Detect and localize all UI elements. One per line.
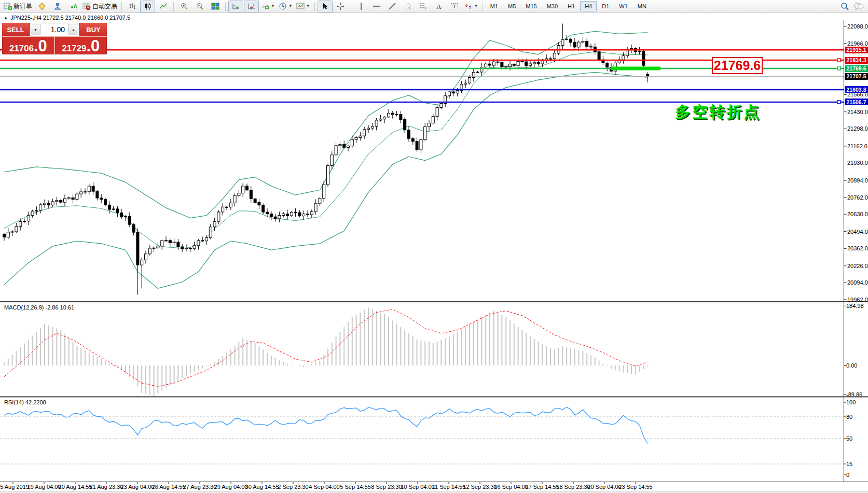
macd-signal-line (4, 309, 647, 387)
bollinger-lower-line (4, 72, 647, 288)
macd-tick: 0.00 (846, 362, 857, 369)
sell-button[interactable]: SELL (2, 23, 29, 36)
price-tick: 22098.0 (847, 23, 868, 30)
price-badge-21707.5: 21707.5 (845, 73, 868, 80)
rsi-tick: 100 (846, 399, 856, 405)
one-click-trading-panel: SELL ▼ 1.00 ▲ BUY 21706 .0 21729 .0 (2, 23, 107, 54)
rsi-tick: 50 (846, 435, 852, 442)
time-label: 12 Sep 23:30 (463, 484, 497, 490)
price-badge-21769.6: 21769.6 (845, 65, 868, 72)
rsi-tick: 0 (846, 472, 849, 478)
price-tick: 20094.0 (847, 279, 868, 286)
price-tick: 21030.0 (847, 160, 868, 166)
time-label: 10 Sep 04:00 (401, 484, 434, 490)
rsi-tick: 80 (846, 414, 852, 420)
sell-price[interactable]: 21706 .0 (2, 37, 55, 54)
time-label: 18 Sep 23:30 (556, 484, 590, 490)
status-bar (0, 491, 868, 493)
time-label: 26 Aug 14:55 (152, 484, 186, 490)
price-tick: 19962.0 (847, 297, 868, 303)
price-tick: 21162.0 (847, 143, 867, 149)
bollinger-middle-line (4, 52, 647, 248)
time-label: 30 Aug 14:55 (245, 484, 279, 490)
time-label: 17 Sep 14:55 (525, 484, 559, 490)
time-label: 21 Aug 23:30 (90, 484, 123, 490)
line-handle (837, 101, 841, 104)
line-handle (837, 59, 841, 62)
price-tick: 20494.0 (847, 229, 868, 235)
price-callout-box[interactable]: 21769.6 (712, 57, 763, 74)
turning-point-note[interactable]: 多空转折点 (675, 102, 761, 123)
mt4-window: 新订单 自动交易 (0, 0, 868, 493)
macd-histogram (4, 307, 647, 396)
volume-control: ▼ 1.00 ▲ (30, 23, 79, 36)
sell-price-fraction: .0 (34, 37, 47, 54)
time-label: 8 Sep 23:30 (371, 484, 402, 490)
candlestick-series (3, 24, 649, 295)
rsi-tick: 15 (846, 461, 852, 467)
macd-tick: 184.98 (846, 303, 864, 309)
price-tick: 21298.0 (847, 125, 868, 132)
time-label: 23 Sep 14:55 (618, 484, 652, 490)
time-label: 20 Aug 14:55 (59, 484, 92, 490)
price-badge-21834.3: 21834.3 (845, 57, 868, 64)
buy-price-main: 21729 (62, 40, 86, 54)
price-badge-21915.1: 21915.1 (845, 47, 868, 53)
sell-price-main: 21706 (9, 40, 34, 54)
price-tick: 21966.0 (847, 40, 868, 47)
time-label: 5 Sep 14:55 (340, 484, 370, 490)
volume-increase-button[interactable]: ▲ (68, 24, 78, 35)
time-label: 2 Sep 23:30 (278, 484, 308, 490)
price-tick: 20630.0 (847, 211, 868, 217)
time-label: 20 Sep 04:00 (587, 484, 621, 490)
time-label: 15 Aug 2019 (0, 484, 29, 490)
time-label: 19 Aug 04:00 (27, 484, 61, 490)
macd-tick: -89.86 (846, 391, 862, 398)
volume-input[interactable]: 1.00 (41, 23, 68, 36)
price-badge-21506.7: 21506.7 (845, 98, 868, 105)
macd-label: MACD(12,26,9) -2.86 10.61 (4, 304, 74, 311)
buy-price[interactable]: 21729 .0 (55, 37, 107, 54)
price-tick: 21430.0 (847, 109, 868, 115)
price-tick: 20362.0 (847, 245, 868, 251)
price-tick: 20762.0 (847, 194, 868, 201)
rsi-line (4, 407, 647, 443)
time-label: 11 Sep 14:55 (432, 484, 466, 490)
buy-button[interactable]: BUY (80, 23, 107, 36)
volume-decrease-button[interactable]: ▼ (31, 24, 40, 35)
rsi-label: RSI(14) 42.2200 (4, 399, 46, 405)
time-label: 16 Sep 04:00 (494, 484, 528, 490)
buy-price-fraction: .0 (86, 37, 100, 54)
highlight-segment (611, 67, 660, 71)
time-label: 23 Aug 04:00 (121, 484, 155, 490)
time-label: 4 Sep 04:00 (309, 484, 339, 490)
line-handle (837, 67, 841, 70)
time-label: 29 Aug 04:00 (214, 484, 248, 490)
price-tick: 20226.0 (847, 263, 868, 269)
time-label: 27 Aug 23:30 (183, 484, 217, 490)
price-tick: 20894.0 (847, 177, 868, 184)
price-badge-21603.8: 21603.8 (845, 86, 868, 93)
